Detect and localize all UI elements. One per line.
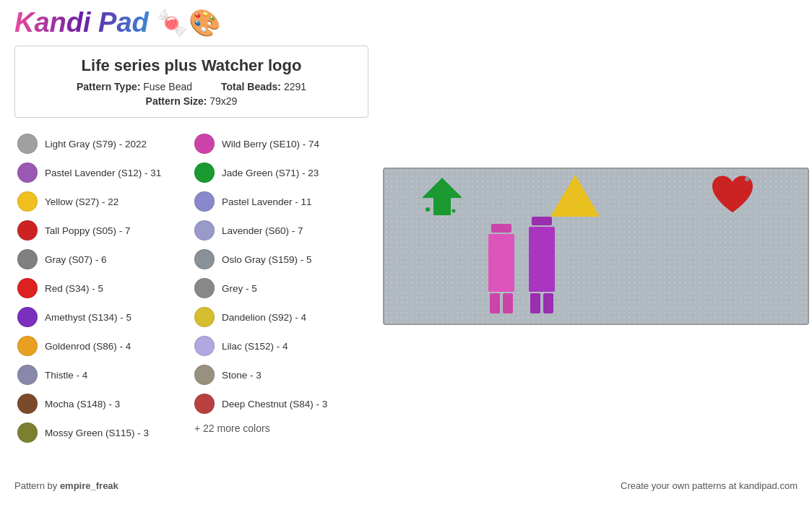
logo-icon: 🍬🎨 <box>156 8 221 38</box>
more-colors-label: + 22 more colors <box>191 418 368 438</box>
main-container: Life series plus Watcher logo Pattern Ty… <box>0 46 812 447</box>
color-swatch <box>17 134 38 154</box>
list-item: Tall Poppy (S05) - 7 <box>14 216 191 245</box>
list-item: Mossy Green (S115) - 3 <box>14 418 191 447</box>
color-swatch <box>17 336 38 356</box>
color-swatch <box>194 249 215 269</box>
svg-rect-9 <box>503 293 513 313</box>
color-swatch <box>194 162 215 183</box>
pattern-by: Pattern by empire_freak <box>14 480 118 491</box>
svg-rect-6 <box>491 224 511 233</box>
color-swatch <box>17 422 38 443</box>
color-grid: Light Gray (S79) - 2022 Pastel Lavender … <box>14 129 368 447</box>
footer: Pattern by empire_freak Create your own … <box>0 469 812 497</box>
red-shape <box>709 173 756 215</box>
list-item: Lavender (S60) - 7 <box>191 216 368 245</box>
color-swatch <box>17 191 38 212</box>
right-panel <box>383 46 809 447</box>
bead-canvas <box>383 168 809 325</box>
yellow-shape <box>549 173 601 218</box>
pattern-type: Pattern Type: Fuse Bead <box>77 81 192 92</box>
pink-figure-right <box>526 217 558 318</box>
svg-rect-7 <box>488 234 514 292</box>
list-item: Gray (S07) - 6 <box>14 245 191 274</box>
color-swatch <box>194 336 215 356</box>
color-swatch <box>194 191 215 212</box>
green-shape <box>420 176 464 217</box>
color-swatch <box>194 134 215 154</box>
color-swatch <box>194 278 215 298</box>
pattern-size: Pattern Size: 79x29 <box>30 95 353 107</box>
header: Kandi Pad 🍬🎨 <box>0 0 812 46</box>
list-item: Stone - 3 <box>191 360 368 389</box>
color-swatch <box>17 307 38 327</box>
list-item: Jade Green (S71) - 23 <box>191 158 368 187</box>
svg-point-4 <box>590 206 595 210</box>
list-item: Lilac (S152) - 4 <box>191 332 368 360</box>
color-swatch <box>194 307 215 327</box>
color-swatch <box>194 394 215 414</box>
svg-point-2 <box>452 209 456 213</box>
svg-point-5 <box>745 177 749 181</box>
list-item: Goldenrod (S86) - 4 <box>14 332 191 360</box>
svg-marker-3 <box>550 175 600 217</box>
list-item: Yellow (S27) - 22 <box>14 187 191 216</box>
svg-point-1 <box>426 207 430 212</box>
list-item: Pastel Lavender - 11 <box>191 187 368 216</box>
color-swatch <box>17 365 38 385</box>
list-item: Red (S34) - 5 <box>14 274 191 303</box>
list-item: Light Gray (S79) - 2022 <box>14 129 191 158</box>
color-swatch <box>17 249 38 269</box>
list-item: Thistle - 4 <box>14 360 191 389</box>
svg-rect-10 <box>532 217 552 225</box>
color-column-left: Light Gray (S79) - 2022 Pastel Lavender … <box>14 129 191 447</box>
left-panel: Life series plus Watcher logo Pattern Ty… <box>14 46 368 447</box>
color-swatch <box>17 278 38 298</box>
svg-rect-12 <box>530 293 540 313</box>
pattern-info-box: Life series plus Watcher logo Pattern Ty… <box>14 46 368 118</box>
list-item: Pastel Lavender (S12) - 31 <box>14 158 191 187</box>
color-swatch <box>194 220 215 240</box>
color-column-right: Wild Berry (SE10) - 74 Jade Green (S71) … <box>191 129 368 447</box>
list-item: Oslo Gray (S159) - 5 <box>191 245 368 274</box>
pink-figure-left <box>485 224 517 318</box>
svg-rect-8 <box>490 293 500 313</box>
list-item: Amethyst (S134) - 5 <box>14 303 191 332</box>
svg-rect-13 <box>543 293 553 313</box>
color-swatch <box>17 162 38 183</box>
list-item: Dandelion (S92) - 4 <box>191 303 368 332</box>
list-item: Mocha (S148) - 3 <box>14 389 191 418</box>
pattern-meta: Pattern Type: Fuse Bead Total Beads: 229… <box>30 81 353 92</box>
svg-rect-11 <box>529 227 555 292</box>
color-swatch <box>17 394 38 414</box>
pattern-beads: Total Beads: 2291 <box>221 81 306 92</box>
cta-text: Create your own patterns at kandipad.com <box>621 480 798 491</box>
list-item: Deep Chestnut (S84) - 3 <box>191 389 368 418</box>
list-item: Grey - 5 <box>191 274 368 303</box>
list-item: Wild Berry (SE10) - 74 <box>191 129 368 158</box>
logo-text: Kandi Pad <box>14 7 149 38</box>
color-swatch <box>194 365 215 385</box>
pattern-title: Life series plus Watcher logo <box>30 56 353 75</box>
color-swatch <box>17 220 38 240</box>
